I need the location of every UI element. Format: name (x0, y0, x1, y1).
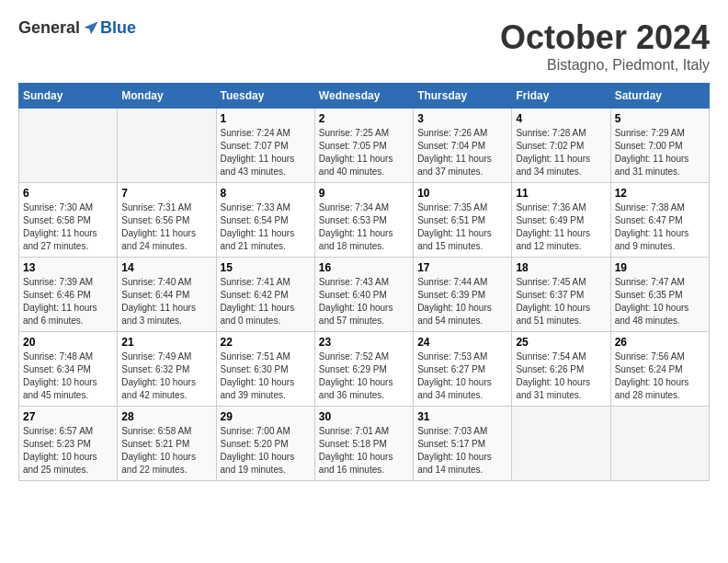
calendar-cell: 28Sunrise: 6:58 AM Sunset: 5:21 PM Dayli… (118, 407, 216, 481)
week-row-3: 13Sunrise: 7:39 AM Sunset: 6:46 PM Dayli… (19, 258, 710, 332)
calendar-cell: 22Sunrise: 7:51 AM Sunset: 6:30 PM Dayli… (216, 332, 314, 407)
day-number: 3 (417, 112, 507, 125)
day-info: Sunrise: 7:25 AM Sunset: 7:05 PM Dayligh… (319, 127, 409, 178)
week-row-4: 20Sunrise: 7:48 AM Sunset: 6:34 PM Dayli… (19, 332, 710, 407)
day-number: 8 (221, 187, 311, 200)
day-number: 28 (121, 410, 211, 423)
day-number: 11 (516, 187, 606, 200)
calendar-cell: 27Sunrise: 6:57 AM Sunset: 5:23 PM Dayli… (19, 407, 118, 481)
day-info: Sunrise: 7:29 AM Sunset: 7:00 PM Dayligh… (615, 127, 705, 178)
day-info: Sunrise: 7:35 AM Sunset: 6:51 PM Dayligh… (417, 201, 507, 253)
weekday-header-tuesday: Tuesday (216, 84, 314, 109)
day-info: Sunrise: 7:31 AM Sunset: 6:56 PM Dayligh… (121, 201, 211, 253)
logo-blue-text: Blue (100, 18, 136, 38)
month-title: October 2024 (500, 18, 710, 57)
day-number: 5 (615, 112, 705, 125)
day-info: Sunrise: 7:34 AM Sunset: 6:53 PM Dayligh… (319, 201, 409, 253)
day-info: Sunrise: 7:24 AM Sunset: 7:07 PM Dayligh… (221, 127, 311, 178)
calendar-cell: 3Sunrise: 7:26 AM Sunset: 7:04 PM Daylig… (414, 109, 512, 183)
calendar-cell: 4Sunrise: 7:28 AM Sunset: 7:02 PM Daylig… (512, 109, 610, 183)
calendar-cell: 7Sunrise: 7:31 AM Sunset: 6:56 PM Daylig… (118, 183, 216, 258)
day-info: Sunrise: 7:44 AM Sunset: 6:39 PM Dayligh… (417, 276, 507, 327)
day-info: Sunrise: 7:52 AM Sunset: 6:29 PM Dayligh… (319, 350, 409, 402)
day-number: 16 (319, 261, 409, 274)
day-number: 24 (417, 336, 507, 349)
weekday-header-monday: Monday (118, 84, 216, 109)
logo: General Blue (18, 18, 136, 38)
day-info: Sunrise: 7:43 AM Sunset: 6:40 PM Dayligh… (319, 276, 409, 327)
day-number: 14 (121, 261, 211, 274)
day-number: 10 (417, 187, 507, 200)
calendar-cell: 12Sunrise: 7:38 AM Sunset: 6:47 PM Dayli… (610, 183, 709, 258)
day-info: Sunrise: 6:57 AM Sunset: 5:23 PM Dayligh… (23, 425, 113, 477)
calendar-cell: 18Sunrise: 7:45 AM Sunset: 6:37 PM Dayli… (512, 258, 610, 332)
day-number: 9 (319, 187, 409, 200)
calendar-cell (118, 109, 216, 183)
day-info: Sunrise: 7:00 AM Sunset: 5:20 PM Dayligh… (221, 425, 311, 477)
calendar-cell: 24Sunrise: 7:53 AM Sunset: 6:27 PM Dayli… (414, 332, 512, 407)
day-info: Sunrise: 7:38 AM Sunset: 6:47 PM Dayligh… (615, 201, 705, 253)
calendar-cell: 20Sunrise: 7:48 AM Sunset: 6:34 PM Dayli… (19, 332, 118, 407)
calendar-cell: 5Sunrise: 7:29 AM Sunset: 7:00 PM Daylig… (610, 109, 709, 183)
weekday-header-saturday: Saturday (610, 84, 709, 109)
location-title: Bistagno, Piedmont, Italy (500, 57, 710, 74)
calendar-cell: 23Sunrise: 7:52 AM Sunset: 6:29 PM Dayli… (314, 332, 413, 407)
calendar-cell: 25Sunrise: 7:54 AM Sunset: 6:26 PM Dayli… (512, 332, 610, 407)
calendar-cell: 29Sunrise: 7:00 AM Sunset: 5:20 PM Dayli… (216, 407, 314, 481)
calendar-cell: 30Sunrise: 7:01 AM Sunset: 5:18 PM Dayli… (314, 407, 413, 481)
day-number: 17 (417, 261, 507, 274)
day-info: Sunrise: 7:03 AM Sunset: 5:17 PM Dayligh… (417, 425, 507, 477)
day-info: Sunrise: 7:26 AM Sunset: 7:04 PM Dayligh… (417, 127, 507, 178)
calendar-cell: 26Sunrise: 7:56 AM Sunset: 6:24 PM Dayli… (610, 332, 709, 407)
day-number: 29 (221, 410, 311, 423)
day-number: 18 (516, 261, 606, 274)
day-info: Sunrise: 6:58 AM Sunset: 5:21 PM Dayligh… (121, 425, 211, 477)
calendar-cell (19, 109, 118, 183)
day-info: Sunrise: 7:28 AM Sunset: 7:02 PM Dayligh… (516, 127, 606, 178)
day-info: Sunrise: 7:40 AM Sunset: 6:44 PM Dayligh… (121, 276, 211, 327)
day-number: 7 (121, 187, 211, 200)
week-row-1: 1Sunrise: 7:24 AM Sunset: 7:07 PM Daylig… (19, 109, 710, 183)
day-info: Sunrise: 7:51 AM Sunset: 6:30 PM Dayligh… (221, 350, 311, 402)
day-number: 23 (319, 336, 409, 349)
day-number: 4 (516, 112, 606, 125)
weekday-header-thursday: Thursday (414, 84, 512, 109)
day-number: 13 (23, 261, 113, 274)
day-info: Sunrise: 7:36 AM Sunset: 6:49 PM Dayligh… (516, 201, 606, 253)
calendar-cell: 10Sunrise: 7:35 AM Sunset: 6:51 PM Dayli… (414, 183, 512, 258)
weekday-header-sunday: Sunday (19, 84, 118, 109)
weekday-header-row: SundayMondayTuesdayWednesdayThursdayFrid… (19, 84, 710, 109)
calendar-cell: 31Sunrise: 7:03 AM Sunset: 5:17 PM Dayli… (414, 407, 512, 481)
calendar-cell: 9Sunrise: 7:34 AM Sunset: 6:53 PM Daylig… (314, 183, 413, 258)
calendar-cell (610, 407, 709, 481)
week-row-2: 6Sunrise: 7:30 AM Sunset: 6:58 PM Daylig… (19, 183, 710, 258)
calendar-cell: 14Sunrise: 7:40 AM Sunset: 6:44 PM Dayli… (118, 258, 216, 332)
calendar-cell: 17Sunrise: 7:44 AM Sunset: 6:39 PM Dayli… (414, 258, 512, 332)
day-number: 31 (417, 410, 507, 423)
calendar-cell: 2Sunrise: 7:25 AM Sunset: 7:05 PM Daylig… (314, 109, 413, 183)
day-info: Sunrise: 7:33 AM Sunset: 6:54 PM Dayligh… (221, 201, 311, 253)
calendar-cell: 8Sunrise: 7:33 AM Sunset: 6:54 PM Daylig… (216, 183, 314, 258)
day-number: 26 (615, 336, 705, 349)
day-info: Sunrise: 7:47 AM Sunset: 6:35 PM Dayligh… (615, 276, 705, 327)
day-number: 25 (516, 336, 606, 349)
calendar-cell: 1Sunrise: 7:24 AM Sunset: 7:07 PM Daylig… (216, 109, 314, 183)
title-section: October 2024 Bistagno, Piedmont, Italy (500, 18, 710, 74)
day-number: 2 (319, 112, 409, 125)
day-number: 6 (23, 187, 113, 200)
day-number: 22 (221, 336, 311, 349)
weekday-header-friday: Friday (512, 84, 610, 109)
calendar-cell: 16Sunrise: 7:43 AM Sunset: 6:40 PM Dayli… (314, 258, 413, 332)
day-number: 12 (615, 187, 705, 200)
day-info: Sunrise: 7:41 AM Sunset: 6:42 PM Dayligh… (221, 276, 311, 327)
weekday-header-wednesday: Wednesday (314, 84, 413, 109)
day-number: 20 (23, 336, 113, 349)
page-header: General Blue October 2024 Bistagno, Pied… (18, 18, 710, 74)
calendar-cell: 6Sunrise: 7:30 AM Sunset: 6:58 PM Daylig… (19, 183, 118, 258)
day-number: 27 (23, 410, 113, 423)
day-number: 21 (121, 336, 211, 349)
logo-general-text: General (18, 18, 80, 38)
day-info: Sunrise: 7:48 AM Sunset: 6:34 PM Dayligh… (23, 350, 113, 402)
logo-bird-icon (82, 19, 100, 38)
day-number: 19 (615, 261, 705, 274)
